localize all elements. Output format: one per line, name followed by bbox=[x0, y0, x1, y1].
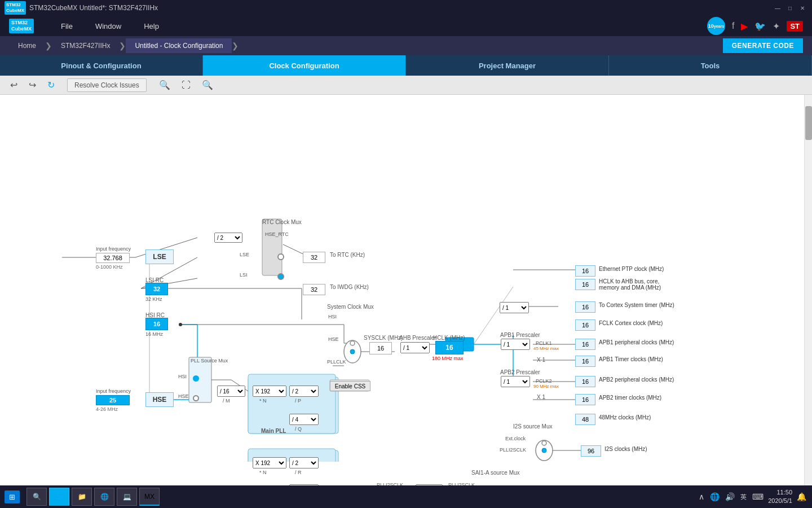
apb1-timer-box[interactable]: 16 bbox=[575, 356, 595, 367]
taskbar-browser[interactable]: 🌐 bbox=[49, 488, 69, 506]
facebook-icon[interactable]: f bbox=[732, 21, 734, 31]
taskbar-edge[interactable]: 🌐 bbox=[94, 488, 114, 506]
svg-point-40 bbox=[536, 440, 553, 461]
div-m-select[interactable]: / 16/ 8/ 4/ 2 bbox=[217, 386, 245, 397]
taskbar-store[interactable]: 💻 bbox=[117, 488, 137, 506]
pll-src-mux-label: PLL Source Mux bbox=[191, 358, 228, 364]
hse-pll-label: HSE bbox=[178, 393, 189, 399]
tab-project[interactable]: Project Manager bbox=[406, 55, 609, 76]
fclk-box[interactable]: 16 bbox=[575, 319, 595, 331]
maximize-button[interactable]: □ bbox=[785, 3, 795, 13]
youtube-icon[interactable]: ▶ bbox=[741, 21, 748, 32]
zoom-in-button[interactable]: 🔍 bbox=[156, 77, 174, 93]
zoom-out-button[interactable]: 🔍 bbox=[198, 77, 217, 93]
lsi-rtc-option[interactable] bbox=[277, 273, 284, 280]
taskbar-cubemx[interactable]: MX bbox=[139, 488, 160, 506]
close-button[interactable]: ✕ bbox=[797, 3, 807, 13]
breadcrumb-home[interactable]: Home bbox=[9, 38, 45, 53]
hse-mux-label: HSE bbox=[328, 336, 339, 342]
apb2-periph-box[interactable]: 16 bbox=[575, 376, 595, 387]
scrollbar[interactable] bbox=[804, 95, 812, 508]
breadcrumb-arrow-2: ❯ bbox=[119, 41, 126, 50]
cortex-div-select[interactable]: / 1/ 8 bbox=[500, 302, 529, 313]
tabbar: Pinout & Configuration Clock Configurati… bbox=[0, 55, 812, 76]
network-icon[interactable]: ✦ bbox=[773, 21, 780, 32]
twitter-icon[interactable]: 🐦 bbox=[754, 21, 766, 32]
apb2-timer-box[interactable]: 16 bbox=[575, 394, 595, 405]
tray-expand[interactable]: ∧ bbox=[698, 491, 705, 502]
i2s-clk-box[interactable]: 96 bbox=[581, 445, 601, 457]
sysclk-label: SYSCLK (MHz) bbox=[364, 335, 403, 341]
ethernet-ptp-box[interactable]: 16 bbox=[575, 265, 595, 277]
titlebar: STM32CubeMX STM32CubeMX Untitled*: STM32… bbox=[0, 0, 812, 16]
refresh-button[interactable]: ↻ bbox=[44, 77, 58, 93]
lse-input-box[interactable]: 32.768 bbox=[96, 253, 130, 263]
apb1-div-select[interactable]: / 1/ 2/ 4 bbox=[501, 339, 530, 350]
tray-network-icon[interactable]: 🌐 bbox=[709, 491, 721, 502]
tray-keyboard[interactable]: ⌨ bbox=[751, 491, 765, 502]
ahb-prescaler-label: AHB Prescaler bbox=[399, 335, 436, 341]
hsi-pll-label: HSI bbox=[178, 374, 187, 379]
lse-rtc-label: LSE bbox=[240, 252, 249, 257]
lsi-box[interactable]: 32 bbox=[145, 283, 168, 295]
tab-tools[interactable]: Tools bbox=[609, 55, 812, 76]
tab-clock[interactable]: Clock Configuration bbox=[203, 55, 406, 76]
hsi-box[interactable]: 16 bbox=[145, 318, 168, 330]
tray-volume-icon[interactable]: 🔊 bbox=[724, 491, 736, 502]
undo-button[interactable]: ↩ bbox=[7, 77, 21, 93]
div-q-select[interactable]: / 4/ 2/ 6 bbox=[289, 414, 319, 425]
generate-code-button[interactable]: GENERATE CODE bbox=[723, 38, 803, 53]
pllclk-label: PLLCLK bbox=[327, 359, 346, 365]
hse-pll-option[interactable] bbox=[193, 395, 199, 401]
scrollbar-thumb[interactable] bbox=[805, 106, 812, 140]
iwdg-output-box[interactable]: 32 bbox=[303, 284, 325, 295]
rtc-output-box[interactable]: 32 bbox=[303, 252, 325, 263]
hse-input-box[interactable]: 25 bbox=[96, 395, 130, 405]
ext-clock-label: Ext.clock bbox=[505, 436, 526, 441]
start-button[interactable]: ⊞ bbox=[5, 491, 20, 503]
mult-n-select[interactable]: X 192X 100X 50 bbox=[253, 386, 286, 397]
fit-button[interactable]: ⛶ bbox=[178, 78, 194, 93]
resolve-clock-button[interactable]: Resolve Clock Issues bbox=[67, 78, 147, 92]
i2s-mux-label: I2S source Mux bbox=[513, 423, 552, 430]
apb1-periph-box[interactable]: 16 bbox=[575, 339, 595, 350]
x1-apb2-label: X 1 bbox=[537, 394, 545, 400]
hsi-pll-option[interactable] bbox=[193, 375, 199, 382]
plli2s-mult-n-select[interactable]: X 192X 100 bbox=[253, 457, 286, 468]
lse-rtc-option[interactable] bbox=[277, 253, 284, 260]
taskbar-search[interactable]: 🔍 bbox=[27, 488, 47, 506]
taskbar-time: 11:50 2020/5/1 bbox=[768, 488, 792, 506]
minimize-button[interactable]: — bbox=[773, 3, 783, 13]
ahb-div-select[interactable]: / 1/ 2/ 4 bbox=[400, 342, 430, 353]
taskbar-files[interactable]: 📁 bbox=[72, 488, 92, 506]
tray-notification[interactable]: 🔔 bbox=[796, 491, 807, 502]
tab-pinout[interactable]: Pinout & Configuration bbox=[0, 55, 203, 76]
breadcrumb-chip[interactable]: STM32F427IIHx bbox=[52, 38, 119, 53]
hclk-ahb-box[interactable]: 16 bbox=[575, 279, 595, 290]
enable-css-btn[interactable]: Enable CSS bbox=[330, 381, 370, 391]
sysclk-box[interactable]: 16 bbox=[369, 342, 392, 354]
i2s-clk-label: I2S clocks (MHz) bbox=[604, 446, 647, 452]
clock-diagram[interactable]: Input frequency 32.768 0-1000 KHz LSE LS… bbox=[0, 95, 804, 508]
breadcrumb: Home ❯ STM32F427IIHx ❯ Untitled - Clock … bbox=[0, 36, 812, 55]
div-q-label: / Q bbox=[295, 426, 302, 432]
apb2-prescaler-label: APB2 Prescaler bbox=[500, 369, 540, 375]
lse-range-label: 0-1000 KHz bbox=[96, 264, 123, 270]
redo-button[interactable]: ↪ bbox=[25, 77, 39, 93]
hclk-max-label: 180 MHz max bbox=[432, 356, 464, 361]
apb2-div-select[interactable]: / 1/ 2/ 4 bbox=[501, 376, 530, 387]
apb2-periph-label: APB2 peripheral clocks (MHz) bbox=[599, 376, 674, 383]
plli2s-div-r-select[interactable]: / 2/ 3/ 4 bbox=[289, 457, 319, 468]
cortex-timer-box[interactable]: 16 bbox=[575, 301, 595, 313]
div-p-select[interactable]: / 2/ 4/ 6/ 8 bbox=[289, 386, 319, 397]
svg-point-41 bbox=[542, 441, 546, 445]
hse-div2-select[interactable]: / 2/ 4/ 8 bbox=[214, 233, 242, 243]
menu-window[interactable]: Window bbox=[84, 17, 133, 35]
tray-language: 英 bbox=[739, 492, 748, 502]
menu-help[interactable]: Help bbox=[133, 17, 170, 35]
pclk2-label: PCLK2 bbox=[536, 378, 552, 384]
menu-file[interactable]: File bbox=[50, 17, 84, 35]
hclk-box[interactable]: 16 bbox=[435, 341, 464, 354]
mhz48-box[interactable]: 48 bbox=[575, 414, 595, 425]
breadcrumb-current[interactable]: Untitled - Clock Configuration bbox=[126, 38, 232, 53]
